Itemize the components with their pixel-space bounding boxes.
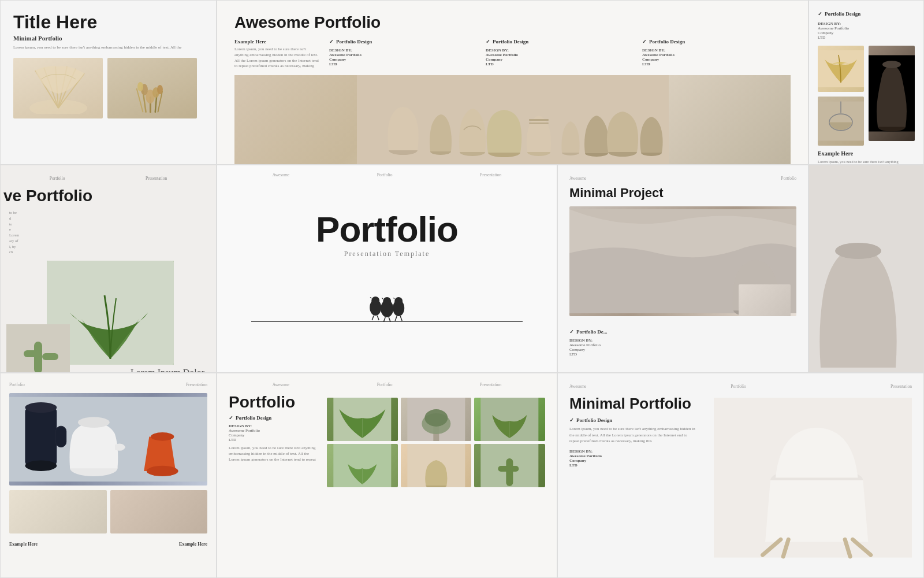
birds-on-wire-illustration: [251, 276, 523, 322]
slide5-nav: Awesome Portfolio Presentation: [217, 165, 557, 184]
slide-minimal-project[interactable]: Awesome Portfolio Minimal Project ✓ Port…: [557, 165, 808, 373]
slide2-left-col: Example Here Lorem ipsum, you need to be…: [234, 39, 321, 69]
slide8-labels: Example Here Example Here: [9, 538, 207, 547]
slide3-example-text: Lorem ipsum, you need to be sure there i…: [818, 159, 915, 165]
slide6-check: ✓ Portfolio De...: [569, 329, 796, 335]
palm-icon: [818, 46, 864, 92]
slide3-check: ✓ Portfolio Design: [818, 11, 915, 17]
svg-point-46: [394, 297, 403, 305]
slide6-main-img: [569, 206, 796, 316]
slide8-main-img: [9, 393, 207, 486]
svg-point-59: [25, 402, 57, 413]
slide3-images: [818, 46, 915, 146]
hanging-chair-icon: [818, 97, 864, 146]
vases-illustration: [357, 75, 669, 165]
slide9-content: Portfolio ✓ Portfolio Design DESIGN BY: …: [229, 393, 545, 487]
svg-point-60: [25, 461, 57, 471]
slide1-img2: [107, 58, 197, 118]
svg-rect-40: [42, 353, 58, 360]
slide4-nav1: Portfolio: [50, 176, 65, 181]
slide10-right: [714, 395, 912, 561]
slide10-title: Minimal Portfolio: [569, 395, 705, 413]
dried-flowers-icon: [118, 62, 187, 114]
slide1-title: Title Here: [13, 12, 203, 32]
svg-rect-76: [506, 458, 513, 486]
slide-awesome-portfolio-2[interactable]: Portfolio Presentation ve Portfolio to b…: [0, 165, 217, 373]
slide2-col1: ✓ Portfolio Design DESIGN BY: Awesome Po…: [329, 39, 478, 69]
slide6-nav2: Portfolio: [781, 176, 796, 181]
slide8-bottom-imgs: [9, 490, 207, 533]
modern-chair-illustration: [714, 395, 912, 561]
slide2-content: Example Here Lorem ipsum, you need to be…: [234, 39, 791, 69]
svg-point-63: [78, 417, 110, 428]
slide3-example-title: Example Here: [818, 150, 915, 157]
svg-line-51: [395, 316, 397, 321]
slide-right-top[interactable]: ✓ Portfolio Design DESIGN BY: Awesome Po…: [808, 0, 924, 165]
slide6-design-by: DESIGN BY:: [569, 338, 796, 343]
slide10-design-val: Awesome PortfolioCompanyLTD: [569, 454, 705, 468]
slide2-title: Awesome Portfolio: [234, 13, 791, 32]
slide-portfolio-center[interactable]: Awesome Portfolio Presentation Portfolio…: [217, 165, 557, 373]
slide2-example-text: Lorem ipsum, you need to be sure there i…: [234, 47, 321, 69]
slide10-nav1: Awesome: [569, 384, 586, 389]
slide5-divider-area: [251, 276, 523, 322]
svg-rect-58: [25, 407, 57, 466]
slide6-nav1: Awesome: [569, 176, 586, 181]
slide10-inner: Awesome Portfolio Presentation Minimal P…: [569, 384, 912, 567]
slide-awesome-portfolio[interactable]: Awesome Portfolio Example Here Lorem ips…: [217, 0, 808, 165]
svg-point-42: [371, 297, 379, 305]
slide3-design-val: Awesome PortfolioCompanyLTD: [818, 26, 915, 40]
slide2-design-val2: Awesome PortfolioCompanyLTD: [486, 53, 634, 66]
slide9-img5: [401, 444, 472, 487]
slide9-nav1: Awesome: [273, 382, 289, 387]
slide10-checkmark-icon: ✓: [569, 417, 574, 423]
slide10-left: Minimal Portfolio ✓ Portfolio Design Lor…: [569, 395, 714, 561]
svg-point-35: [882, 61, 901, 68]
slide3-img-top: [818, 46, 864, 92]
slide1-body: Lorem ipsum, you need to be sure there i…: [13, 45, 203, 51]
mugs-illustration: [9, 393, 207, 486]
slide9-nav2: Portfolio: [377, 382, 393, 387]
vase-plant-icon: [401, 444, 472, 487]
slide10-check: ✓ Portfolio Design: [569, 417, 705, 423]
slide2-check2: ✓ Portfolio Design: [486, 39, 634, 45]
svg-point-15: [137, 82, 143, 91]
slide2-bottom-image: [234, 75, 791, 165]
slide8-example1: Example Here: [9, 542, 38, 547]
slide9-check: ✓ Portfolio Design: [229, 415, 318, 421]
slide7-bg: [809, 165, 923, 372]
slide2-right-cols: ✓ Portfolio Design DESIGN BY: Awesome Po…: [329, 39, 791, 69]
slide9-design-val: Awesome PortfolioCompanyLTD: [229, 428, 318, 442]
svg-rect-39: [24, 350, 41, 357]
slide5-content: Portfolio Presentation Template: [217, 184, 557, 372]
slide9-design-by: DESIGN BY:: [229, 424, 318, 428]
checkmark-icon3: ✓: [642, 39, 647, 45]
slide10-nav: Awesome Portfolio Presentation: [569, 384, 912, 389]
svg-point-70: [424, 409, 448, 427]
slide10-design-by: DESIGN BY:: [569, 449, 705, 454]
slide9-img4: [327, 444, 398, 487]
slide6-overlay-img: [739, 284, 791, 316]
slide9-nav: Awesome Portfolio Presentation: [229, 382, 545, 387]
svg-point-65: [147, 466, 178, 476]
slide8-img-sm1: [9, 490, 107, 533]
plant-stand-icon: [401, 398, 472, 441]
slide-bottom-left[interactable]: Portfolio Presentation: [0, 373, 217, 578]
slide-portfolio-bottom-center[interactable]: Awesome Portfolio Presentation Portfolio…: [217, 373, 557, 578]
slide-title-here[interactable]: Title Here Minimal Portfolio Lorem ipsum…: [0, 0, 217, 165]
slide2-design-val3: Awesome PortfolioCompanyLTD: [642, 53, 791, 66]
svg-line-52: [400, 316, 402, 321]
svg-point-56: [835, 243, 881, 259]
palm-leaf-icon: [327, 398, 398, 441]
cactus-icon: [6, 324, 70, 373]
slide2-design-by1: DESIGN BY:: [329, 48, 478, 53]
slide9-checkmark-icon: ✓: [229, 415, 233, 421]
svg-point-64: [151, 432, 174, 441]
slide2-col3: ✓ Portfolio Design DESIGN BY: Awesome Po…: [642, 39, 791, 69]
slide3-img-left: [818, 46, 864, 146]
cactus2-icon: [474, 444, 545, 487]
slide6-check-area: ✓ Portfolio De... DESIGN BY: Awesome Por…: [569, 329, 796, 357]
svg-rect-24: [529, 123, 549, 124]
slide-minimal-portfolio-bottom[interactable]: Awesome Portfolio Presentation Minimal P…: [557, 373, 924, 578]
slide3-checkmark-icon: ✓: [818, 11, 822, 17]
